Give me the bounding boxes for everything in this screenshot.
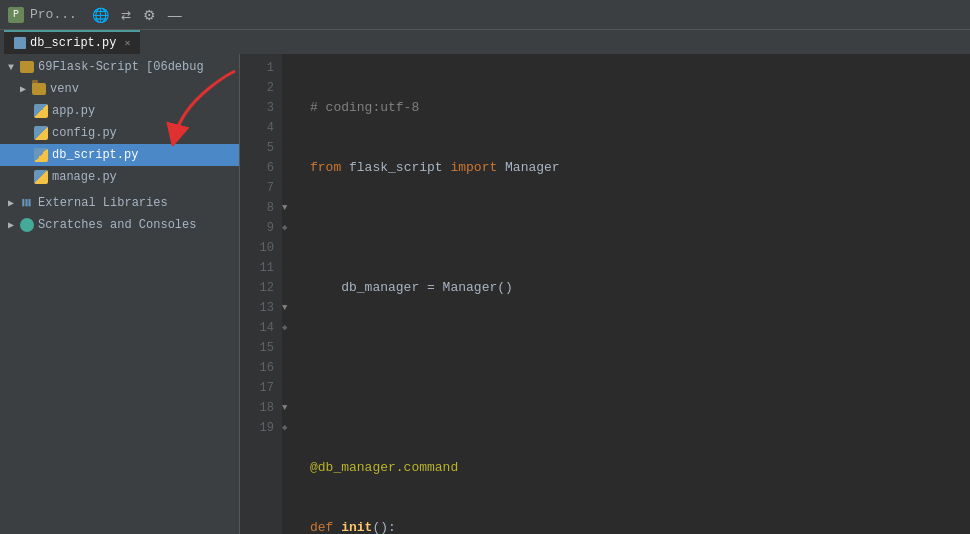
line-numbers: 1 2 3 4 5 6 7 8 9 10 11 12 13 14 15 16 1… [240, 54, 282, 534]
arrow-project [8, 62, 14, 73]
fold-14: ◆ [282, 318, 298, 338]
gear-btn[interactable]: ⚙ [138, 5, 161, 25]
code-area[interactable]: # coding:utf-8 from flask_script import … [298, 54, 970, 534]
ln-12: 12 [240, 278, 274, 298]
fold-gutter: ▼ ◆ ▼ ◆ ▼ ◆ [282, 54, 298, 534]
code-line-8: def init(): [310, 518, 970, 534]
lib-icon [20, 196, 34, 210]
project-root-label: 69Flask-Script [06debug [38, 60, 204, 74]
arrows-btn[interactable]: ⇄ [116, 6, 136, 24]
main-layout: 69Flask-Script [06debug venv app.py conf… [0, 54, 970, 534]
db-script-py-label: db_script.py [52, 148, 138, 162]
arrow-scratches [8, 219, 14, 231]
fold-7 [282, 178, 298, 198]
external-libs-label: External Libraries [38, 196, 168, 210]
py-icon-manage [34, 170, 48, 184]
code-editor[interactable]: 1 2 3 4 5 6 7 8 9 10 11 12 13 14 15 16 1… [240, 54, 970, 534]
project-icon: P [8, 7, 24, 23]
fold-19: ◆ [282, 418, 298, 438]
ln-17: 17 [240, 378, 274, 398]
tab-bar: db_script.py ✕ [0, 30, 970, 54]
tab-label: db_script.py [30, 36, 116, 50]
fold-16 [282, 358, 298, 378]
scratches-label: Scratches and Consoles [38, 218, 196, 232]
sidebar-item-venv[interactable]: venv [0, 78, 239, 100]
sidebar-item-db-script-py[interactable]: db_script.py [0, 144, 239, 166]
fold-6 [282, 158, 298, 178]
manage-py-label: manage.py [52, 170, 117, 184]
py-icon-app [34, 104, 48, 118]
sidebar-item-project-root[interactable]: 69Flask-Script [06debug [0, 56, 239, 78]
tab-close-btn[interactable]: ✕ [124, 37, 130, 49]
ln-2: 2 [240, 78, 274, 98]
ln-3: 3 [240, 98, 274, 118]
fold-11 [282, 258, 298, 278]
folder-open-icon [20, 61, 34, 73]
fold-3 [282, 98, 298, 118]
code-line-3 [310, 218, 970, 238]
fold-13[interactable]: ▼ [282, 298, 298, 318]
py-icon-config [34, 126, 48, 140]
fold-2 [282, 78, 298, 98]
fold-9: ◆ [282, 218, 298, 238]
tab-file-icon [14, 37, 26, 49]
scratch-icon [20, 218, 34, 232]
title-bar: P Pro... 🌐 ⇄ ⚙ — [0, 0, 970, 30]
fold-18[interactable]: ▼ [282, 398, 298, 418]
fold-17 [282, 378, 298, 398]
ln-18: 18 [240, 398, 274, 418]
fold-8[interactable]: ▼ [282, 198, 298, 218]
fold-12 [282, 278, 298, 298]
arrow-ext-libs [8, 197, 14, 209]
sidebar: 69Flask-Script [06debug venv app.py conf… [0, 54, 240, 534]
ln-8: 8 [240, 198, 274, 218]
globe-btn[interactable]: 🌐 [87, 5, 114, 25]
code-line-7: @db_manager.command [310, 458, 970, 478]
toolbar-icons: 🌐 ⇄ ⚙ — [87, 5, 187, 25]
sidebar-item-app-py[interactable]: app.py [0, 100, 239, 122]
sidebar-item-scratches[interactable]: Scratches and Consoles [0, 214, 239, 236]
py-icon-db [34, 148, 48, 162]
sidebar-item-config-py[interactable]: config.py [0, 122, 239, 144]
fold-10 [282, 238, 298, 258]
ln-15: 15 [240, 338, 274, 358]
code-line-2: from flask_script import Manager [310, 158, 970, 178]
code-line-4: db_manager = Manager() [310, 278, 970, 298]
app-py-label: app.py [52, 104, 95, 118]
project-label: Pro... [30, 7, 77, 22]
fold-1 [282, 58, 298, 78]
code-line-1: # coding:utf-8 [310, 98, 970, 118]
ln-7: 7 [240, 178, 274, 198]
tab-db-script[interactable]: db_script.py ✕ [4, 30, 140, 54]
arrow-venv [20, 83, 26, 95]
ln-13: 13 [240, 298, 274, 318]
config-py-label: config.py [52, 126, 117, 140]
fold-15 [282, 338, 298, 358]
fold-4 [282, 118, 298, 138]
sidebar-item-manage-py[interactable]: manage.py [0, 166, 239, 188]
ln-6: 6 [240, 158, 274, 178]
ln-1: 1 [240, 58, 274, 78]
ln-14: 14 [240, 318, 274, 338]
ln-9: 9 [240, 218, 274, 238]
ln-11: 11 [240, 258, 274, 278]
ln-16: 16 [240, 358, 274, 378]
code-line-5 [310, 338, 970, 358]
ln-5: 5 [240, 138, 274, 158]
ln-4: 4 [240, 118, 274, 138]
folder-icon-venv [32, 83, 46, 95]
fold-5 [282, 138, 298, 158]
ln-10: 10 [240, 238, 274, 258]
ln-19: 19 [240, 418, 274, 438]
sidebar-item-external-libs[interactable]: External Libraries [0, 192, 239, 214]
venv-label: venv [50, 82, 79, 96]
minimize-btn[interactable]: — [163, 5, 187, 25]
code-line-6 [310, 398, 970, 418]
